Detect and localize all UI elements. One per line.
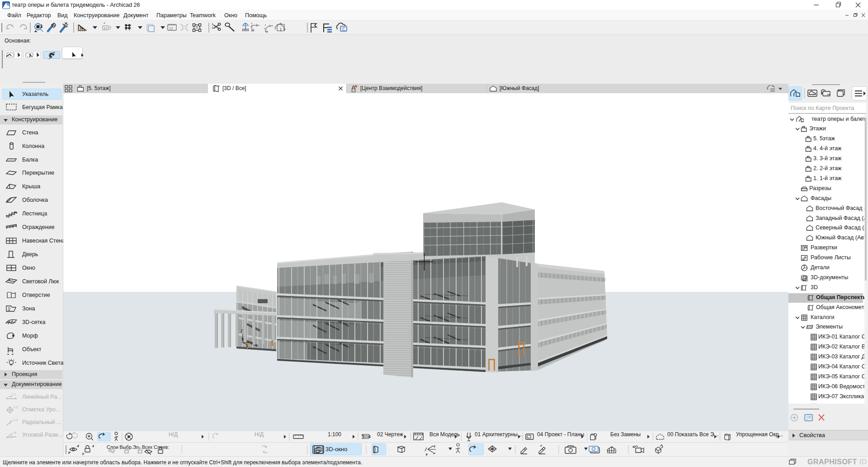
svg-text:1.2: 1.2 <box>11 393 16 396</box>
svg-text:x: x <box>246 344 248 348</box>
svg-text:12: 12 <box>169 26 173 30</box>
svg-text:1.2: 1.2 <box>14 418 18 421</box>
svg-text:Y: Y <box>250 341 253 346</box>
svg-text:Z: Z <box>241 329 243 333</box>
svg-text:α: α <box>14 430 16 434</box>
svg-text:XY: XY <box>104 27 108 30</box>
svg-text:1.2: 1.2 <box>14 405 18 409</box>
